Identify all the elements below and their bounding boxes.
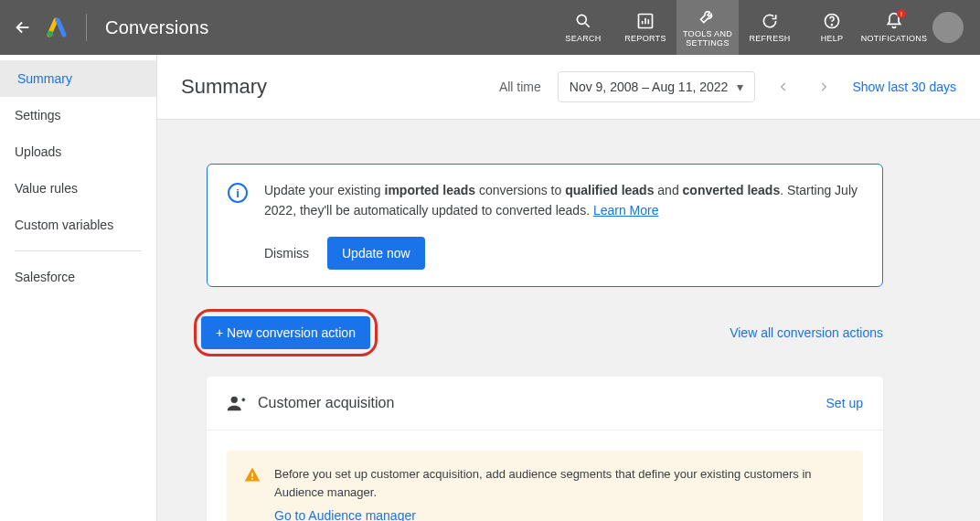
sidebar-item-summary[interactable]: Summary (0, 60, 156, 97)
sidebar-item-uploads[interactable]: Uploads (0, 133, 156, 170)
topbar-help-label: HELP (821, 35, 844, 44)
google-ads-logo-icon (46, 16, 68, 38)
topbar-search-button[interactable]: SEARCH (552, 0, 614, 55)
new-conversion-highlight: + New conversion action (194, 309, 378, 356)
topbar-divider (86, 14, 87, 41)
date-range-text: Nov 9, 2008 – Aug 11, 2022 (570, 80, 729, 94)
new-conversion-action-button[interactable]: + New conversion action (201, 316, 370, 349)
topbar-actions: SEARCH REPORTS TOOLS AND SETTINGS REFRES… (552, 0, 980, 55)
warning-box: Before you set up customer acquisition, … (227, 451, 863, 521)
dismiss-button[interactable]: Dismiss (264, 244, 309, 264)
sidebar-item-custom-variables[interactable]: Custom variables (0, 207, 156, 243)
topbar-notifications-button[interactable]: ! NOTIFICATIONS (863, 0, 925, 55)
notice-bold-3: converted leads (683, 183, 781, 197)
info-icon: i (228, 183, 248, 203)
topbar-search-label: SEARCH (565, 35, 601, 44)
sidebar-item-value-rules[interactable]: Value rules (0, 170, 156, 207)
sidebar-item-settings[interactable]: Settings (0, 97, 156, 133)
notice-bold-1: imported leads (385, 183, 476, 197)
show-last-30-days-link[interactable]: Show last 30 days (852, 80, 956, 94)
refresh-icon (760, 11, 780, 31)
topbar-tools-button[interactable]: TOOLS AND SETTINGS (676, 0, 739, 55)
notice-bold-2: qualified leads (565, 183, 654, 197)
notice-text-3: and (654, 183, 682, 197)
topbar-tools-label: TOOLS AND SETTINGS (676, 30, 739, 48)
topbar-refresh-label: REFRESH (749, 35, 790, 44)
main: Summary All time Nov 9, 2008 – Aug 11, 2… (157, 55, 980, 521)
page-header: Summary All time Nov 9, 2008 – Aug 11, 2… (157, 55, 980, 120)
notification-alert-badge: ! (897, 9, 906, 18)
search-icon (573, 11, 593, 31)
topbar-notifications-label: NOTIFICATIONS (861, 35, 928, 44)
sidebar: Summary Settings Uploads Value rules Cus… (0, 55, 157, 521)
sidebar-separator (15, 250, 142, 251)
page-title: Summary (181, 75, 267, 99)
svg-point-0 (48, 31, 53, 37)
topbar-refresh-button[interactable]: REFRESH (739, 0, 801, 55)
card-title: Customer acquisition (258, 395, 394, 411)
topbar-reports-label: REPORTS (624, 35, 666, 44)
svg-point-5 (231, 397, 238, 403)
avatar[interactable] (932, 12, 964, 43)
svg-point-4 (832, 25, 833, 26)
back-arrow-icon[interactable] (13, 17, 33, 37)
go-to-audience-manager-link[interactable]: Go to Audience manager (274, 508, 847, 521)
svg-rect-7 (251, 479, 253, 481)
topbar-help-button[interactable]: HELP (801, 0, 863, 55)
customer-acquisition-card: Customer acquisition Set up Before you s… (207, 377, 883, 521)
all-time-label: All time (499, 80, 541, 94)
topbar-left: Conversions (0, 0, 227, 55)
wrench-icon (698, 6, 718, 27)
reports-icon (635, 11, 655, 31)
warning-icon (243, 465, 261, 484)
info-notice: i Update your existing imported leads co… (207, 164, 883, 287)
notice-text-1: Update your existing (264, 183, 385, 197)
notice-text-2: conversions to (475, 183, 565, 197)
help-icon (822, 11, 842, 31)
svg-rect-6 (251, 473, 253, 477)
update-now-button[interactable]: Update now (327, 237, 425, 270)
date-prev-button[interactable] (772, 80, 795, 93)
topbar: Conversions SEARCH REPORTS TOOLS AND SET… (0, 0, 980, 55)
sidebar-item-salesforce[interactable]: Salesforce (0, 259, 156, 295)
person-add-icon (227, 393, 247, 413)
warning-text: Before you set up customer acquisition, … (274, 465, 847, 501)
caret-down-icon: ▾ (737, 80, 743, 94)
learn-more-link[interactable]: Learn More (593, 203, 659, 218)
date-range-picker[interactable]: Nov 9, 2008 – Aug 11, 2022 ▾ (558, 71, 756, 102)
date-next-button[interactable] (812, 80, 836, 93)
svg-point-1 (577, 15, 586, 24)
setup-link[interactable]: Set up (826, 396, 863, 410)
bell-icon: ! (884, 11, 904, 31)
view-all-conversion-actions-link[interactable]: View all conversion actions (730, 325, 883, 340)
topbar-title: Conversions (105, 17, 208, 38)
topbar-reports-button[interactable]: REPORTS (614, 0, 676, 55)
